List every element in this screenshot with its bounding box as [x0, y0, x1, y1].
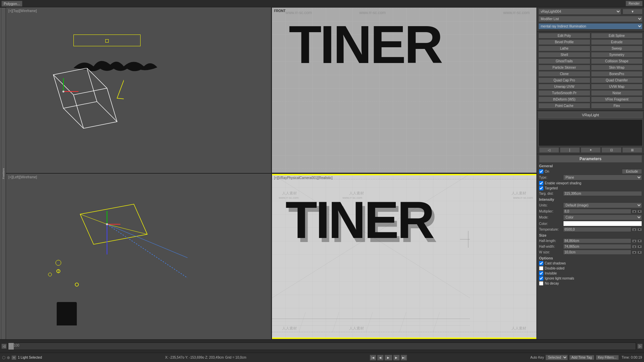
color-row: Color:	[539, 221, 642, 226]
btn-play[interactable]: ▶	[384, 355, 392, 361]
no-decay-checkbox[interactable]	[539, 281, 543, 286]
symmetry-btn[interactable]: Symmetry	[591, 52, 643, 58]
app-mode-label: Polygon...	[1, 1, 22, 7]
render-btn[interactable]: Render	[626, 1, 643, 6]
particle-skinner-btn[interactable]: Particle Skinner	[538, 65, 590, 70]
viewport-top[interactable]: [+][Top][Wireframe]	[6, 7, 271, 173]
temp-spin-down[interactable]: ▼	[637, 228, 642, 231]
render-border-top	[272, 174, 536, 175]
btn-row-12: Point Cache Flex	[538, 103, 643, 109]
key-filters-btn[interactable]: Key Filters...	[596, 355, 619, 360]
ghosttrails-btn[interactable]: GhostTrails	[538, 58, 590, 64]
unwrap-uvw-btn[interactable]: Unwrap UVW	[538, 84, 590, 89]
bevel-profile-btn[interactable]: Bevel Profile	[538, 39, 590, 45]
btn-row-4: Shell Symmetry	[538, 52, 643, 58]
svg-line-32	[366, 312, 373, 332]
watermark-bot-1: 人人素材	[282, 326, 297, 331]
clone-btn[interactable]: Clone	[538, 71, 590, 77]
autokey-label: Auto Key	[530, 356, 544, 359]
add-time-tag-btn[interactable]: Add Time Tag	[569, 355, 594, 360]
wsize-input[interactable]	[563, 250, 631, 255]
btn-last-frame[interactable]: ▶|	[400, 355, 407, 361]
edit-poly-btn[interactable]: Edit Poly	[538, 33, 590, 39]
vfire-btn[interactable]: VFire Fragment	[591, 97, 643, 102]
panel-arrow-btn[interactable]: ▼	[623, 9, 643, 14]
flex-btn[interactable]: Flex	[591, 103, 643, 109]
svg-point-9	[62, 90, 64, 93]
temperature-row: Temperature: ▲ ▼	[539, 227, 642, 232]
quad-chamfer-btn[interactable]: Quad Chamfer	[591, 77, 643, 83]
svg-line-13	[107, 224, 187, 258]
extrude-btn[interactable]: Extrude	[591, 39, 643, 45]
mode-select[interactable]: Color	[563, 215, 642, 220]
turbosmooth-btn[interactable]: TurboSmooth Pr	[538, 90, 590, 96]
modifier-select[interactable]: Modifier List	[538, 16, 643, 22]
viewport-camera[interactable]: [+][VRayPhysicalCamera001][Realistic] 人人…	[272, 174, 537, 339]
wsize-spin-up[interactable]: ▲	[632, 251, 637, 254]
mentalray-select[interactable]: mental ray Indirect Illumination mental …	[538, 23, 643, 29]
multiplier-spin-up[interactable]: ▲	[632, 210, 637, 213]
cast-shadows-row: Cast shadows	[539, 261, 642, 265]
temp-spin-up[interactable]: ▲	[632, 228, 637, 231]
quad-cap-pro-btn[interactable]: Quad Cap Pro	[538, 77, 590, 83]
btn-first-frame[interactable]: |◀	[370, 355, 376, 361]
enable-viewport-row: Enable viewport shading	[539, 181, 642, 185]
sidebar-tab-selection[interactable]: Selection	[0, 7, 1, 339]
svg-line-30	[299, 312, 306, 332]
right-panel: vRayLight004 ▼ Modifier List mental ray …	[537, 7, 644, 339]
panel-top-section: vRayLight004 ▼ Modifier List mental ray …	[537, 7, 644, 32]
on-checkbox[interactable]	[539, 169, 543, 174]
temperature-input[interactable]	[563, 227, 631, 232]
skin-wrap-btn[interactable]: Skin Wrap	[591, 65, 643, 70]
ignore-normals-checkbox[interactable]	[539, 276, 543, 281]
half-length-input[interactable]	[563, 238, 631, 243]
tiner-text-front: TINER	[289, 18, 441, 71]
panel-icon-btn-4[interactable]: ⊡	[601, 147, 622, 153]
panel-icon-btn-3[interactable]: ✦	[581, 147, 601, 153]
sweep-btn[interactable]: Sweep	[591, 46, 643, 51]
half-width-input[interactable]	[563, 244, 631, 249]
targ-dist-input[interactable]	[563, 191, 642, 196]
viewport-front[interactable]: FRONT www.rr-sc.com www.rr-sc.com www.rr…	[272, 7, 537, 173]
units-select[interactable]: Default (image)	[563, 202, 642, 208]
halfwidth-spin-down[interactable]: ▼	[637, 245, 642, 248]
halflength-spin-down[interactable]: ▼	[637, 239, 642, 243]
invisible-checkbox[interactable]	[539, 271, 543, 276]
enable-viewport-checkbox[interactable]	[539, 181, 543, 185]
svg-marker-0	[53, 68, 107, 95]
color-swatch[interactable]	[563, 221, 642, 226]
halflength-spin-up[interactable]: ▲	[632, 239, 637, 243]
type-select[interactable]: Plane	[563, 175, 642, 180]
double-sided-checkbox[interactable]	[539, 266, 543, 270]
shell-btn[interactable]: Shell	[538, 52, 590, 58]
svg-point-21	[75, 283, 78, 286]
halfwidth-spin-up[interactable]: ▲	[632, 245, 637, 248]
btn-prev-frame[interactable]: ◀	[377, 355, 384, 361]
point-cache-btn[interactable]: Point Cache	[538, 103, 590, 109]
sidebar-tab-freeform[interactable]: Freeform	[1, 7, 6, 339]
multiplier-input[interactable]	[563, 209, 631, 214]
exclude-btn[interactable]: Exclude	[622, 169, 642, 174]
wsize-spin-down[interactable]: ▼	[637, 251, 642, 254]
targeted-checkbox[interactable]	[539, 186, 543, 190]
collision-shape-btn[interactable]: Collision Shape	[591, 58, 643, 64]
edit-spline-btn[interactable]: Edit Spline	[591, 33, 643, 39]
mini-btn-1[interactable]: ×	[11, 355, 16, 360]
bones-pro-btn[interactable]: BonesPro	[591, 71, 643, 77]
panel-icon-btn-2[interactable]: |	[560, 147, 580, 153]
cast-shadows-checkbox[interactable]	[539, 261, 543, 265]
btn-next-frame[interactable]: ▶	[393, 355, 400, 361]
panel-icon-btn-5[interactable]: ⊞	[622, 147, 642, 153]
multiplier-spin-down[interactable]: ▼	[637, 210, 642, 213]
timeline-track[interactable]: 0 / 100	[8, 343, 636, 350]
noise-btn[interactable]: Noise	[591, 90, 643, 96]
panel-icon-btn-1[interactable]: ◁	[539, 147, 559, 153]
timeline-expand-right[interactable]: ▷	[637, 344, 643, 349]
viewport-left[interactable]: [+][Left][Wireframe]	[6, 174, 271, 339]
lathe-btn[interactable]: Lathe	[538, 46, 590, 51]
uvw-map-btn[interactable]: UVW Map	[591, 84, 643, 89]
vraylight-select[interactable]: vRayLight004	[538, 8, 621, 15]
timeline-expand-left[interactable]: ◁	[1, 344, 7, 349]
selected-dropdown[interactable]: Selected	[545, 355, 568, 360]
thdeform-btn[interactable]: thDeform (WS)	[538, 97, 590, 102]
